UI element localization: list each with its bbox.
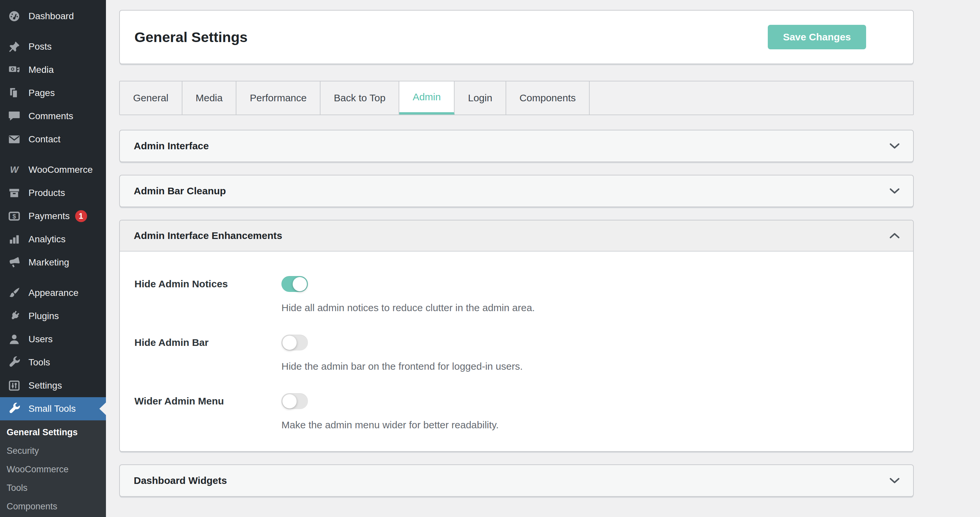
accordion-admin-interface-enhancements: Admin Interface Enhancements Hide Admin … (119, 220, 914, 452)
setting-label: Wider Admin Menu (134, 393, 282, 407)
submenu-item-tools[interactable]: Tools (0, 479, 106, 497)
sidebar-item-payments[interactable]: $ Payments 1 (0, 205, 106, 228)
svg-text:$: $ (13, 213, 16, 220)
svg-text:W: W (10, 165, 19, 175)
submenu-item-label: Tools (6, 483, 27, 493)
setting-description: Hide the admin bar on the frontend for l… (282, 360, 523, 373)
setting-label: Hide Admin Bar (134, 335, 282, 348)
submenu-item-general-settings[interactable]: General Settings (0, 423, 106, 442)
plug-icon (8, 310, 21, 322)
sidebar-item-comments[interactable]: Comments (0, 105, 106, 128)
person-icon (8, 333, 21, 345)
settings-tabs: General Media Performance Back to Top Ad… (119, 81, 914, 115)
tab-admin[interactable]: Admin (399, 81, 455, 115)
accordion-header-admin-interface[interactable]: Admin Interface (120, 130, 913, 162)
sidebar-item-plugins[interactable]: Plugins (0, 304, 106, 328)
hide-admin-bar-toggle[interactable] (282, 335, 308, 350)
submenu-item-components[interactable]: Components (0, 497, 106, 516)
sidebar-item-users[interactable]: Users (0, 328, 106, 351)
sidebar-item-label: Media (29, 65, 54, 75)
accordion-dashboard-widgets: Dashboard Widgets (119, 465, 914, 497)
sliders-icon (8, 379, 21, 392)
page-header-card: General Settings Save Changes (119, 10, 914, 64)
setting-row-hide-admin-bar: Hide Admin Bar Hide the admin bar on the… (134, 335, 899, 373)
sidebar-item-label: Payments (29, 211, 70, 221)
sidebar-item-label: Contact (29, 134, 60, 145)
sidebar-item-small-tools[interactable]: Small Tools (0, 397, 106, 420)
payments-count-badge: 1 (75, 210, 87, 222)
setting-control: Hide the admin bar on the frontend for l… (282, 335, 523, 373)
sidebar-item-label: Plugins (29, 311, 59, 321)
pushpin-icon (8, 40, 21, 53)
setting-row-hide-admin-notices: Hide Admin Notices Hide all admin notice… (134, 276, 899, 314)
chevron-down-icon (889, 188, 900, 194)
sidebar-item-marketing[interactable]: Marketing (0, 251, 106, 274)
sidebar-item-label: Dashboard (29, 11, 74, 22)
sidebar-item-posts[interactable]: Posts (0, 35, 106, 58)
tab-login[interactable]: Login (455, 81, 506, 115)
tab-back-to-top[interactable]: Back to Top (320, 81, 399, 115)
submenu-item-label: General Settings (6, 427, 78, 437)
sidebar-item-label: Products (29, 188, 65, 198)
setting-description: Make the admin menu wider for better rea… (282, 418, 499, 431)
submenu-item-woocommerce[interactable]: WooCommerce (0, 460, 106, 479)
toggle-knob (293, 277, 307, 291)
save-changes-button[interactable]: Save Changes (768, 25, 866, 49)
accordion-admin-interface: Admin Interface (119, 130, 914, 162)
tab-general[interactable]: General (120, 81, 183, 115)
sidebar-item-tools[interactable]: Tools (0, 351, 106, 374)
toggle-knob (282, 336, 297, 350)
sidebar-item-woocommerce[interactable]: W WooCommerce (0, 158, 106, 181)
submenu-item-label: Components (6, 501, 57, 512)
tab-components[interactable]: Components (506, 81, 590, 115)
accordion-title: Admin Interface (134, 140, 209, 151)
pages-icon (8, 87, 21, 99)
setting-description: Hide all admin notices to reduce clutter… (282, 301, 535, 314)
camera-icon (8, 64, 21, 76)
sidebar-item-label: Appearance (29, 288, 78, 298)
wider-admin-menu-toggle[interactable] (282, 393, 308, 409)
admin-menu: Dashboard Posts Media Pages Commen (0, 0, 106, 420)
sidebar-item-products[interactable]: Products (0, 181, 106, 205)
accordion-header-admin-interface-enhancements[interactable]: Admin Interface Enhancements (120, 220, 913, 251)
brush-icon (8, 286, 21, 299)
tab-performance[interactable]: Performance (236, 81, 320, 115)
sidebar-item-appearance[interactable]: Appearance (0, 282, 106, 304)
tab-media[interactable]: Media (183, 81, 237, 115)
comment-bubble-icon (8, 110, 21, 122)
chevron-up-icon (889, 233, 900, 239)
accordion-title: Admin Bar Cleanup (134, 185, 226, 197)
accordion-header-dashboard-widgets[interactable]: Dashboard Widgets (120, 465, 913, 496)
submenu-item-label: Security (6, 446, 39, 456)
sidebar-item-pages[interactable]: Pages (0, 81, 106, 105)
sidebar-item-label: Users (29, 334, 52, 345)
sidebar-item-dashboard[interactable]: Dashboard (0, 5, 106, 28)
hide-admin-notices-toggle[interactable] (282, 276, 308, 292)
accordion-title: Dashboard Widgets (134, 475, 227, 486)
accordion-title: Admin Interface Enhancements (134, 230, 282, 241)
envelope-icon (8, 133, 21, 146)
sidebar-item-label: Analytics (29, 234, 65, 245)
sidebar-item-analytics[interactable]: Analytics (0, 228, 106, 251)
chevron-down-icon (889, 143, 900, 149)
chevron-down-icon (889, 477, 900, 484)
sidebar-item-media[interactable]: Media (0, 58, 106, 81)
setting-control: Make the admin menu wider for better rea… (282, 393, 499, 431)
sidebar-item-label: Settings (29, 380, 62, 391)
accordion-header-admin-bar-cleanup[interactable]: Admin Bar Cleanup (120, 175, 913, 207)
dashboard-icon (8, 10, 21, 22)
woocommerce-icon: W (8, 164, 21, 176)
submenu-item-security[interactable]: Security (0, 442, 106, 460)
submenu-item-label: WooCommerce (6, 465, 68, 475)
settings-page: General Settings Save Changes General Me… (106, 0, 980, 517)
admin-sidebar: Dashboard Posts Media Pages Commen (0, 0, 106, 517)
sidebar-item-label: Marketing (29, 257, 69, 268)
menu-separator (0, 274, 106, 282)
sidebar-item-settings[interactable]: Settings (0, 374, 106, 397)
small-tools-submenu: General Settings Security WooCommerce To… (0, 420, 106, 517)
sidebar-item-label: Comments (29, 111, 73, 121)
wrench-icon (8, 402, 21, 415)
sidebar-item-label: Tools (29, 357, 50, 368)
page-title: General Settings (134, 29, 248, 45)
sidebar-item-contact[interactable]: Contact (0, 128, 106, 151)
